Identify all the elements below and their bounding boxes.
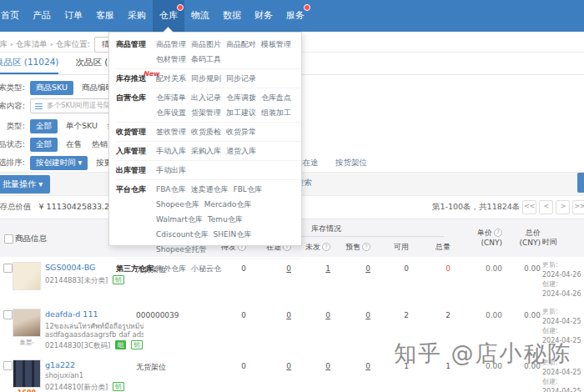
combo-tag: 组 — [115, 340, 127, 349]
transit-cell: 0 — [248, 311, 291, 319]
nav-item-purchase[interactable]: 采购 — [121, 0, 153, 32]
pager-prev-button[interactable]: < — [539, 200, 553, 214]
menu-item[interactable]: 同步记录 — [226, 71, 256, 86]
product-image[interactable] — [13, 359, 41, 388]
pager-next-button[interactable]: > — [556, 200, 570, 214]
menu-section-label: 平台仓库 — [116, 182, 156, 257]
menu-item[interactable]: 包材管理 — [156, 52, 186, 67]
total-qty-cell: 0 — [410, 264, 451, 273]
product-image[interactable] — [13, 262, 41, 290]
nav-item-finance[interactable]: 财务 — [248, 0, 279, 32]
nav-item-order[interactable]: 订单 — [58, 0, 89, 32]
bulk-actions-button[interactable]: 批量操作 ▾ — [0, 175, 50, 193]
menu-item[interactable]: 签收管理 — [156, 124, 186, 139]
nav-item-home[interactable]: 首页 — [0, 0, 26, 32]
status-hot-option[interactable]: 热销 — [92, 139, 108, 150]
menu-item[interactable]: 海外仓库 — [156, 261, 186, 276]
menu-item[interactable]: Mercado仓库 — [204, 197, 252, 212]
type-single-sku-option[interactable]: 单个SKU — [66, 121, 98, 132]
product-code: 02144883[未分类] 销 — [45, 275, 124, 286]
available-cell: 2 — [372, 311, 409, 319]
warehouse-dropdown-menu: 商品管理 商品管理 商品图片 商品配对 模板管理 包材管理 条码工具 库存推送 … — [108, 32, 302, 246]
menu-item[interactable]: FBA仓库 — [156, 182, 186, 197]
menu-item[interactable]: 退货入库 — [226, 143, 256, 158]
search-content-label: 搜索内容: — [0, 101, 30, 112]
menu-item[interactable]: 仓库盘点 — [261, 90, 291, 105]
row-checkbox[interactable] — [3, 310, 13, 319]
status-all-pill[interactable]: 全部 — [30, 138, 58, 152]
menu-item[interactable]: 仓库设置 — [156, 105, 186, 120]
product-sku-link[interactable]: g1a222 — [45, 360, 75, 369]
menu-item[interactable]: 条码工具 — [191, 52, 221, 67]
help-icon[interactable]: ? — [322, 243, 330, 251]
product-desc-2: asdfagaasdasagrsfb daf adsdada — [45, 330, 143, 339]
menu-section-label: 入库管理 — [116, 143, 156, 158]
menu-item[interactable]: 采购入库 — [191, 143, 221, 158]
menu-item[interactable]: 模板管理 — [261, 37, 291, 52]
nav-item-product[interactable]: 产品 — [26, 0, 58, 32]
menu-item[interactable]: 商品图片 — [191, 37, 221, 52]
sort-by-created-button[interactable]: 按创建时间 ▾ — [30, 156, 88, 170]
menu-item[interactable]: 手动入库 — [156, 143, 186, 158]
transit-cell: 0 — [248, 362, 291, 370]
pagination: 第1-100条，共11824条 << < > >> 1/ — [432, 200, 584, 214]
menu-item[interactable]: 小秘云仓 — [191, 261, 221, 276]
menu-item[interactable]: Walmart仓库 — [156, 212, 203, 227]
menu-item[interactable]: 手动出库 — [156, 163, 186, 178]
nav-item-data[interactable]: 数据 — [216, 0, 248, 32]
sale-tag: 销 — [131, 340, 143, 349]
nav-item-service[interactable]: 客服 — [89, 0, 121, 32]
menu-section-product-mgmt: 商品管理 商品管理 商品图片 商品配对 模板管理 包材管理 条码工具 — [116, 35, 301, 68]
menu-section-platform-warehouse: 平台仓库 FBA仓库 速卖通仓库 FBL仓库 Shopee仓库 Mercado仓… — [116, 179, 301, 259]
menu-item[interactable]: 加工建议 — [226, 105, 256, 120]
menu-item[interactable]: 仓库调拨 — [226, 90, 256, 105]
column-total-price: 总价 (CNY) — [504, 228, 541, 247]
menu-item[interactable]: 收货质检 — [191, 124, 221, 139]
menu-item[interactable]: FBL仓库 — [234, 182, 262, 197]
menu-item[interactable]: 出入记录 — [191, 90, 221, 105]
search-type-sku-pill[interactable]: 商品SKU — [30, 81, 73, 95]
menu-item[interactable]: 速卖通仓库 — [191, 182, 229, 197]
type-all-pill[interactable]: 全部 — [30, 119, 58, 133]
menu-section-label: 出库管理 — [116, 163, 156, 178]
product-sku-link[interactable]: SGS0004-BG — [45, 263, 95, 272]
menu-item[interactable]: 货架管理 — [191, 105, 221, 120]
column-presale: 预售? — [332, 242, 370, 253]
menu-item[interactable]: Shopee全托管 — [156, 242, 207, 257]
row-checkbox[interactable] — [3, 361, 13, 370]
sort-by-shelf-option[interactable]: 按货架位 — [335, 158, 367, 168]
unshipped-cell: 0 — [293, 362, 330, 370]
select-all-checkbox[interactable] — [4, 234, 13, 244]
menu-item[interactable]: 商品管理 — [156, 37, 186, 52]
tab-good-zone[interactable]: 良品区 (11024) — [0, 57, 58, 74]
menu-section-label: 自营仓库 — [116, 90, 156, 120]
status-label: 商品状态: — [0, 139, 30, 150]
pager-last-button[interactable]: >> — [572, 200, 584, 214]
menu-item[interactable]: 仓库清单 — [156, 90, 186, 105]
nav-item-services[interactable]: 服务 — [279, 0, 311, 32]
pager-first-button[interactable]: << — [522, 200, 536, 214]
search-type-label: 搜索类型: — [0, 83, 30, 93]
menu-item[interactable]: 收货异常 — [226, 124, 256, 139]
menu-item[interactable]: 组装加工 — [261, 105, 291, 120]
menu-item[interactable]: 配对关系 — [156, 71, 186, 86]
product-image[interactable] — [13, 309, 41, 337]
menu-item[interactable]: 商品配对 — [226, 37, 256, 52]
menu-item[interactable]: Temu仓库 — [208, 212, 243, 227]
row-checkbox[interactable] — [3, 264, 13, 273]
top-nav: 首页 产品 订单 客服 采购 仓库 物流 数据 财务 服务 — [0, 0, 584, 32]
nav-item-logistics[interactable]: 物流 — [184, 0, 216, 32]
status-onsale-option[interactable]: 在售 — [66, 139, 82, 150]
menu-section-third-party: 第三方仓库 海外仓库 小秘云仓 — [116, 259, 301, 278]
total-price-cell: 0.00 — [504, 264, 541, 273]
menu-item[interactable]: 同步规则 — [191, 71, 221, 86]
sort-label: 筛选排序: — [0, 158, 30, 168]
search-button-clipped[interactable] — [577, 173, 584, 193]
menu-item[interactable]: Cdiscount仓库 — [156, 227, 209, 242]
menu-item[interactable]: SHEIN仓库 — [214, 227, 252, 242]
product-sku-link[interactable]: deafda-d 111 — [45, 309, 98, 319]
help-icon[interactable]: ? — [362, 243, 370, 251]
menu-item[interactable]: Shopee仓库 — [156, 197, 199, 212]
menu-section-label: 商品管理 — [116, 37, 156, 67]
help-icon[interactable]: ? — [494, 229, 502, 237]
